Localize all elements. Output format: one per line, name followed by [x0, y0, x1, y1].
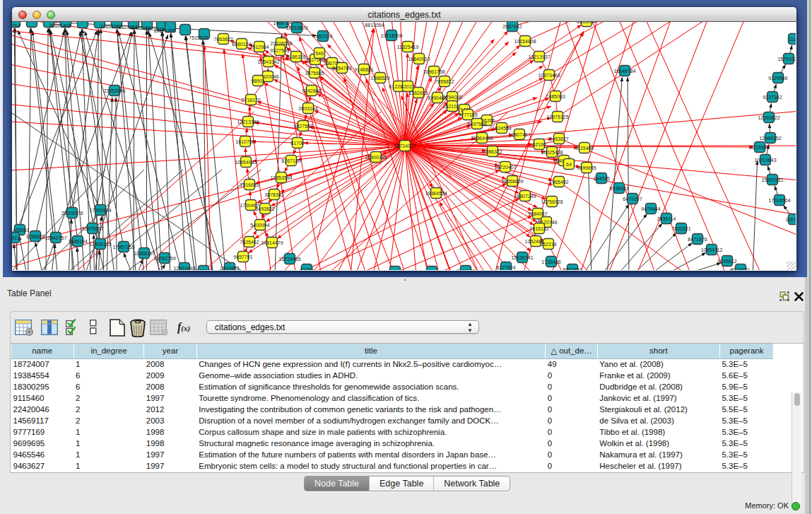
- svg-text:6497568: 6497568: [467, 122, 486, 127]
- svg-text:3875685: 3875685: [305, 71, 324, 76]
- svg-text:1345194: 1345194: [68, 239, 87, 244]
- svg-text:7625402: 7625402: [240, 240, 259, 245]
- svg-text:18300295: 18300295: [365, 155, 387, 160]
- svg-text:1435061: 1435061: [12, 228, 30, 233]
- svg-text:10543342: 10543342: [257, 59, 279, 64]
- svg-text:2087642: 2087642: [502, 24, 522, 29]
- svg-text:15136141: 15136141: [511, 255, 533, 260]
- svg-text:12923448: 12923448: [173, 266, 195, 271]
- svg-text:8454749: 8454749: [332, 66, 351, 71]
- svg-text:14055714: 14055714: [12, 23, 20, 28]
- svg-text:23053346: 23053346: [103, 88, 125, 93]
- svg-text:14914479: 14914479: [261, 240, 283, 245]
- svg-text:9245612: 9245612: [717, 259, 736, 264]
- svg-text:9657791: 9657791: [233, 255, 252, 259]
- svg-text:8227824: 8227824: [496, 265, 515, 270]
- svg-text:10658609: 10658609: [501, 179, 523, 184]
- svg-text:1916685: 1916685: [240, 182, 259, 187]
- svg-text:1615132: 1615132: [529, 226, 548, 231]
- svg-text:7632621: 7632621: [671, 226, 690, 231]
- svg-text:7515526: 7515526: [189, 35, 208, 40]
- svg-text:8813054: 8813054: [365, 23, 384, 28]
- svg-text:7485063: 7485063: [546, 94, 565, 99]
- svg-text:2803144: 2803144: [298, 106, 317, 111]
- svg-text:11325419: 11325419: [397, 45, 419, 49]
- svg-text:5701543: 5701543: [422, 269, 441, 271]
- svg-text:164095: 164095: [593, 176, 609, 181]
- svg-text:20691406: 20691406: [49, 23, 71, 28]
- svg-text:8471676: 8471676: [688, 237, 707, 242]
- svg-text:1965492: 1965492: [549, 180, 568, 185]
- svg-text:7955812: 7955812: [435, 79, 454, 84]
- svg-text:10210643: 10210643: [754, 158, 776, 163]
- svg-text:6479197: 6479197: [623, 197, 642, 201]
- svg-text:8267130: 8267130: [281, 158, 300, 163]
- svg-text:546: 546: [315, 51, 324, 56]
- svg-text:2528809: 2528809: [385, 269, 404, 271]
- svg-text:9474444: 9474444: [641, 206, 660, 211]
- svg-text:9794028: 9794028: [442, 95, 461, 100]
- svg-text:1112: 1112: [789, 37, 796, 42]
- svg-text:9227342: 9227342: [763, 95, 782, 100]
- svg-text:16640910: 16640910: [408, 57, 430, 62]
- svg-text:1733426: 1733426: [541, 259, 560, 264]
- svg-text:1624554: 1624554: [492, 126, 511, 131]
- svg-text:9327509: 9327509: [270, 48, 289, 53]
- svg-text:9115460: 9115460: [575, 146, 594, 151]
- svg-text:15720407: 15720407: [494, 165, 516, 170]
- svg-text:15751074: 15751074: [777, 57, 796, 62]
- svg-text:2935114: 2935114: [657, 216, 676, 221]
- svg-text:9777169: 9777169: [458, 112, 477, 117]
- svg-text:12213937: 12213937: [528, 54, 550, 59]
- svg-text:20206576: 20206576: [61, 211, 83, 216]
- svg-text:10154808: 10154808: [514, 39, 536, 44]
- svg-text:10807487: 10807487: [508, 132, 530, 137]
- svg-text:8660124: 8660124: [232, 42, 251, 47]
- svg-text:3878342: 3878342: [264, 192, 283, 197]
- svg-text:17957255: 17957255: [112, 245, 134, 250]
- svg-text:5493822: 5493822: [255, 206, 274, 211]
- svg-text:12942757: 12942757: [45, 235, 66, 240]
- svg-text:19384554: 19384554: [425, 191, 447, 196]
- svg-text:10975857: 10975857: [81, 226, 103, 231]
- svg-text:10756928: 10756928: [541, 199, 563, 204]
- svg-text:7663822: 7663822: [213, 37, 233, 42]
- svg-text:9699695: 9699695: [577, 165, 596, 170]
- svg-text:8186328: 8186328: [286, 54, 305, 59]
- svg-text:92450: 92450: [300, 267, 314, 271]
- svg-text:98901: 98901: [251, 78, 265, 83]
- svg-text:11958117: 11958117: [134, 251, 155, 256]
- svg-text:7957224: 7957224: [313, 34, 332, 39]
- svg-text:9463627: 9463627: [549, 136, 568, 141]
- svg-text:1156829: 1156829: [26, 234, 45, 239]
- svg-text:12905135: 12905135: [89, 242, 111, 247]
- svg-text:64: 64: [566, 162, 572, 167]
- svg-text:16648784: 16648784: [613, 69, 635, 74]
- svg-text:9242848: 9242848: [302, 88, 321, 93]
- svg-text:17359924: 17359924: [89, 208, 111, 213]
- svg-text:16782759: 16782759: [153, 256, 175, 261]
- svg-text:2718170: 2718170: [241, 98, 260, 103]
- svg-text:10025438: 10025438: [541, 150, 563, 155]
- svg-text:15692951: 15692951: [761, 177, 783, 182]
- svg-text:18807249: 18807249: [514, 194, 536, 199]
- svg-text:1588520: 1588520: [370, 76, 389, 81]
- svg-text:2814893: 2814893: [220, 266, 239, 271]
- svg-text:62160: 62160: [532, 142, 546, 147]
- svg-text:7986322: 7986322: [483, 149, 502, 154]
- svg-text:3911: 3911: [12, 235, 20, 240]
- svg-text:17016504: 17016504: [768, 198, 790, 203]
- svg-text:10961758: 10961758: [423, 69, 445, 74]
- svg-text:9384067: 9384067: [528, 211, 547, 216]
- svg-text:10671355: 10671355: [153, 28, 175, 33]
- svg-text:10654112: 10654112: [701, 247, 723, 252]
- svg-text:10973493: 10973493: [538, 73, 560, 78]
- svg-text:8813054: 8813054: [577, 22, 596, 24]
- svg-text:15716485: 15716485: [278, 257, 300, 262]
- svg-text:20364456: 20364456: [471, 136, 493, 141]
- svg-text:9827552: 9827552: [293, 124, 312, 129]
- svg-text:12353594: 12353594: [270, 175, 292, 180]
- svg-text:5400994: 5400994: [250, 223, 269, 228]
- svg-text:8938923: 8938923: [609, 186, 628, 191]
- svg-text:8018451: 8018451: [731, 267, 750, 271]
